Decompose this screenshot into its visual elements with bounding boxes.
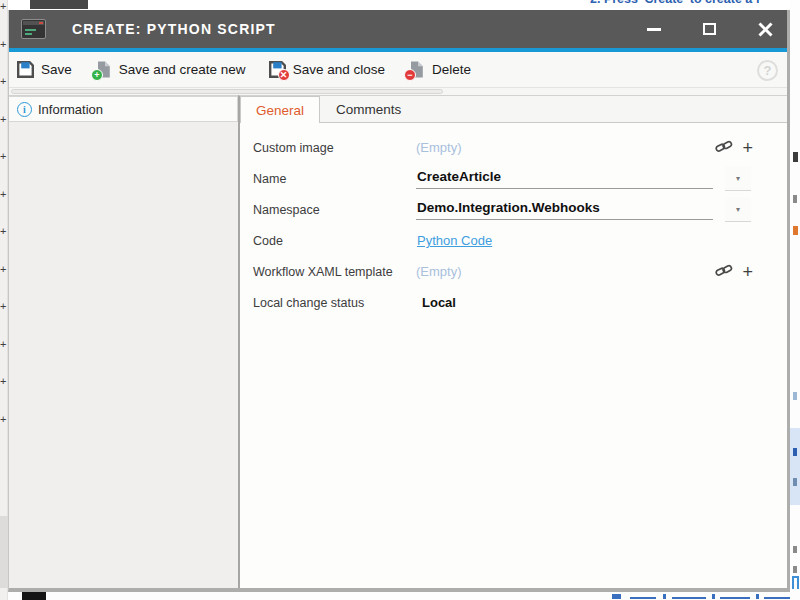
background-link-fragment <box>720 597 750 599</box>
window-controls <box>644 20 775 39</box>
tab-general[interactable]: General <box>240 96 320 123</box>
chain-link-icon <box>715 139 733 157</box>
help-icon: ? <box>764 63 772 78</box>
tree-expander-icon: + <box>0 38 7 76</box>
code-label: Code <box>253 234 416 248</box>
tree-expander-icon: + <box>0 300 7 338</box>
chevron-down-icon: ▾ <box>736 205 740 214</box>
namespace-input[interactable]: Demo.Integration.Webhooks <box>416 200 713 220</box>
horizontal-scrollbar[interactable] <box>11 89 443 94</box>
background-link-fragment <box>612 594 621 599</box>
terminal-window-icon <box>21 19 46 39</box>
save-button[interactable]: Save <box>16 60 72 79</box>
background-text-fragment <box>792 576 799 589</box>
save-and-close-button[interactable]: ✕ Save and close <box>268 60 385 79</box>
minus-badge-icon: − <box>404 69 416 81</box>
dialog-title: CREATE: PYTHON SCRIPT <box>72 21 276 37</box>
close-icon <box>758 22 773 37</box>
background-black-square <box>22 592 46 600</box>
tree-expander-icon: + <box>0 0 7 38</box>
namespace-value-zone: Demo.Integration.Webhooks ▾ <box>416 194 753 225</box>
background-text-fragment <box>793 546 797 553</box>
dialog-body: i Information General Comments Custom im… <box>9 88 787 588</box>
tree-expander-icon: + <box>0 263 7 301</box>
sidebar-item-information[interactable]: i Information <box>9 96 238 122</box>
python-code-link[interactable]: Python Code <box>416 233 492 248</box>
workflow-xaml-template-value: (Empty) <box>416 264 462 279</box>
background-tree-footer <box>0 516 8 588</box>
workflow-xaml-template-value-zone: (Empty) <box>416 256 753 287</box>
sidebar-item-label: Information <box>38 102 103 117</box>
custom-image-value: (Empty) <box>416 140 462 155</box>
background-link-fragment <box>663 594 666 599</box>
code-value-zone: Python Code <box>416 225 753 256</box>
delete-button[interactable]: − Delete <box>407 60 471 79</box>
workflow-xaml-template-link-button[interactable] <box>715 263 733 281</box>
maximize-button[interactable] <box>700 20 719 39</box>
chain-link-icon <box>715 263 733 281</box>
background-dark-block <box>30 0 88 9</box>
background-text-fragment <box>793 226 798 235</box>
tab-comments[interactable]: Comments <box>320 96 417 122</box>
name-dropdown-button[interactable]: ▾ <box>725 166 751 191</box>
tree-expander-icon: + <box>0 375 7 413</box>
local-change-status-value-zone: Local <box>416 287 753 318</box>
background-text-fragment <box>793 448 797 456</box>
field-row-workflow-xaml-template: Workflow XAML template (Empty) <box>253 256 787 287</box>
content-panel: General Comments Custom image (Empty) <box>238 95 787 588</box>
background-right-strip <box>790 0 800 600</box>
general-form: Custom image (Empty) <box>240 123 787 318</box>
dialog-toolbar: Save + Save and create new <box>9 52 787 88</box>
background-selected-row <box>790 428 800 505</box>
field-row-local-change-status: Local change status Local <box>253 287 787 318</box>
cross-badge-icon: ✕ <box>278 69 290 81</box>
background-text-fragment <box>793 152 798 162</box>
namespace-dropdown-button[interactable]: ▾ <box>725 197 751 222</box>
workflow-xaml-template-label: Workflow XAML template <box>253 265 416 279</box>
tree-expander-icon: + <box>0 113 7 151</box>
name-input[interactable]: CreateArticle <box>416 169 713 189</box>
local-change-status-value: Local <box>416 295 456 310</box>
desktop: ++++++++++++ 2. Press 'Create' to create… <box>0 0 800 600</box>
custom-image-label: Custom image <box>253 141 416 155</box>
name-value-zone: CreateArticle ▾ <box>416 163 753 194</box>
delete-icon: − <box>407 60 426 79</box>
background-link-fragment <box>756 594 759 599</box>
background-text-fragment <box>793 478 797 486</box>
field-row-namespace: Namespace Demo.Integration.Webhooks ▾ <box>253 194 787 225</box>
close-button[interactable] <box>756 20 775 39</box>
dialog-titlebar[interactable]: CREATE: PYTHON SCRIPT <box>9 10 787 48</box>
tree-expander-icon: + <box>0 225 7 263</box>
minimize-button[interactable] <box>644 20 663 39</box>
custom-image-add-button[interactable]: + <box>742 139 753 157</box>
name-label: Name <box>253 172 416 186</box>
tab-strip: General Comments <box>240 96 787 123</box>
background-link-fragment <box>630 597 656 599</box>
background-text-fragment <box>793 195 797 203</box>
background-bottom-strip <box>8 592 800 600</box>
chevron-down-icon: ▾ <box>736 174 740 183</box>
custom-image-value-zone: (Empty) <box>416 132 753 163</box>
background-link-fragment <box>672 597 706 599</box>
namespace-label: Namespace <box>253 203 416 217</box>
maximize-icon <box>703 23 716 35</box>
plus-icon: + <box>742 263 753 281</box>
tree-expander-icon: + <box>0 413 7 451</box>
background-text-fragment <box>793 566 797 573</box>
custom-image-link-button[interactable] <box>715 139 733 157</box>
background-tree-strip: ++++++++++++ <box>0 0 8 600</box>
tree-expander-icon: + <box>0 75 7 113</box>
background-link-fragment <box>712 594 715 599</box>
plus-icon: + <box>742 139 753 157</box>
save-and-create-new-button-label: Save and create new <box>119 62 246 77</box>
help-button[interactable]: ? <box>757 60 778 81</box>
plus-badge-icon: + <box>91 69 103 81</box>
background-link-fragment <box>764 597 790 599</box>
field-row-code: Code Python Code <box>253 225 787 256</box>
local-change-status-label: Local change status <box>253 296 416 310</box>
minimize-icon <box>647 28 661 31</box>
save-and-close-button-label: Save and close <box>293 62 385 77</box>
save-and-create-new-button[interactable]: + Save and create new <box>94 60 246 79</box>
save-button-label: Save <box>41 62 72 77</box>
workflow-xaml-template-add-button[interactable]: + <box>742 263 753 281</box>
